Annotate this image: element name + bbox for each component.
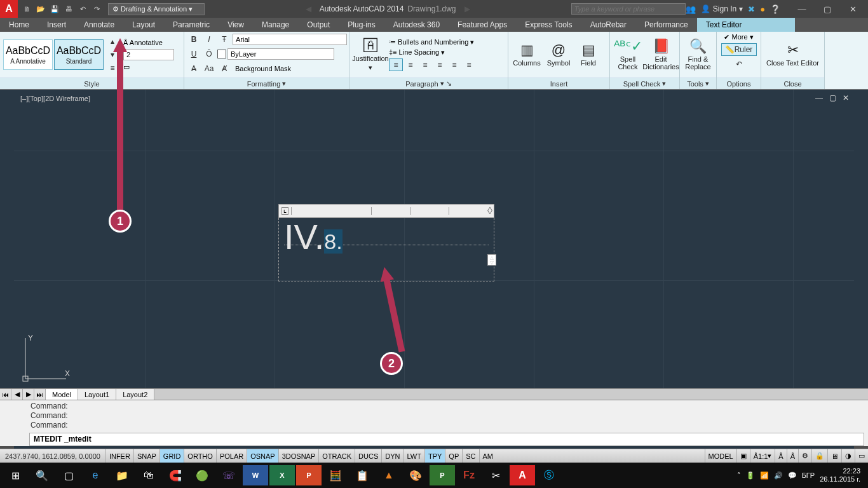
annoscale-button[interactable]: Å 1:1 ▾ [750,449,775,463]
color-swatch[interactable] [217,50,226,58]
workspace-dropdown[interactable]: ⚙ Drafting & Annotation ▾ [108,3,205,15]
vp-close-icon[interactable]: ✕ [843,93,849,102]
line-spacing-button[interactable]: ‡≡ Line Spacing ▾ [389,48,476,57]
tab-home[interactable]: Home [0,18,38,32]
panel-title-paragraph[interactable]: Paragraph ▾ ↘ [349,78,508,89]
autocad-icon[interactable]: A [510,465,535,485]
new-icon[interactable]: 🗎 [20,3,33,15]
tab-plugins[interactable]: Plug-ins [339,18,384,32]
coordinates[interactable]: 2437.9740, 1612.0859, 0.0000 [0,452,105,460]
explorer-icon[interactable]: 📁 [109,465,135,485]
tab-autorebar[interactable]: AutoRebar [581,18,635,32]
status-polar[interactable]: POLAR [216,449,247,463]
lang-indicator[interactable]: БГР [802,471,815,479]
lock-icon[interactable]: 🔒 [811,449,827,463]
tab-output[interactable]: Output [298,18,339,32]
volume-icon[interactable]: 🔊 [774,471,783,480]
align-justify-button[interactable]: ≡ [433,58,447,71]
tab-view[interactable]: View [219,18,253,32]
ws-icon[interactable]: ⚙ [798,449,811,463]
undo-icon[interactable]: ↶ [76,3,89,15]
status-icon[interactable]: ▣ [736,449,750,463]
undo-button[interactable]: ↶ [732,58,746,71]
maximize-button[interactable]: ▢ [815,1,840,17]
open-icon[interactable]: 📂 [34,3,47,15]
start-button[interactable]: ⊞ [3,465,28,485]
redo-icon[interactable]: ↷ [90,3,103,15]
powerpoint-icon[interactable]: P [296,465,322,485]
status-infer[interactable]: INFER [105,449,133,463]
close-editor-button[interactable]: ✂Close Text Editor [764,43,822,67]
signin-button[interactable]: 👤 Sign In ▾ [701,4,743,13]
annolock-icon[interactable]: Å [787,449,798,463]
store-icon[interactable]: 🛍 [136,465,161,485]
tab-next-icon[interactable]: ▶ [23,389,34,400]
status-snap[interactable]: SNAP [133,449,159,463]
edge-icon[interactable]: e [83,465,108,485]
taskview-icon[interactable]: ▢ [56,465,81,485]
tab-parametric[interactable]: Parametric [164,18,219,32]
project-icon[interactable]: P [430,465,455,485]
status-lwt[interactable]: LWT [403,449,424,463]
spellcheck-button[interactable]: ᴬᴮᶜ✓Spell Check [613,39,643,71]
tray-up-icon[interactable]: ˄ [737,471,741,480]
case-button[interactable]: Aa [202,62,216,75]
mask-button[interactable]: ▭ [123,63,174,71]
status-osnap[interactable]: OSNAP [247,449,278,463]
command-input[interactable]: MTEDIT _mtedit [29,433,864,446]
align-dist2-button[interactable]: ≡ [462,58,476,71]
status-tpy[interactable]: TPY [424,449,445,463]
hw-icon[interactable]: 🖥 [827,449,841,463]
overline-button[interactable]: Ō [202,48,216,60]
close-button[interactable]: ✕ [840,1,865,17]
tab-text-editor[interactable]: Text Editor [697,18,751,32]
font-dropdown[interactable] [233,34,347,45]
wifi-icon[interactable]: 📶 [760,471,769,480]
paint-icon[interactable]: 🎨 [403,465,428,485]
tab-prev-icon[interactable]: ◀ [11,389,23,400]
print-icon[interactable]: 🖶 [62,3,75,15]
tab-annotate[interactable]: Annotate [75,18,123,32]
infocenter-icon[interactable]: 👥 [686,4,696,14]
status-dyn[interactable]: DYN [381,449,403,463]
bgmask-button[interactable]: Background Mask [235,65,291,72]
viber-icon[interactable]: ☏ [216,465,241,485]
status-3dosnap[interactable]: 3DOSNAP [278,449,319,463]
tab-model[interactable]: Model [46,389,78,400]
status-otrack[interactable]: OTRACK [318,449,355,463]
skype-icon[interactable]: Ⓢ [536,465,562,485]
mtext-ruler[interactable]: ʟ ◊ [278,204,494,218]
align-left-button[interactable]: ≡ [389,58,403,71]
notes-icon[interactable]: 📋 [349,465,375,485]
tab-featured[interactable]: Featured Apps [449,18,516,32]
tab-insert[interactable]: Insert [38,18,75,32]
tab-last-icon[interactable]: ⏭ [34,389,46,400]
align-dist-button[interactable]: ≡ [447,58,461,71]
field-button[interactable]: ▤Field [574,43,602,67]
bold-button[interactable]: B [187,33,201,46]
dictionaries-button[interactable]: 📕Edit Dictionaries [643,39,679,71]
strikethrough-button[interactable]: A̶ [187,62,201,75]
tab-performance[interactable]: Performance [635,18,697,32]
filezilla-icon[interactable]: Fz [456,465,482,485]
calc-icon[interactable]: 🧮 [323,465,348,485]
chrome-icon[interactable]: 🟢 [189,465,215,485]
tab-360[interactable]: Autodesk 360 [384,18,449,32]
vp-minimize-icon[interactable]: — [815,93,823,102]
annovis-icon[interactable]: Å [775,449,786,463]
columns-button[interactable]: ▥Columns [511,43,543,67]
tab-layout[interactable]: Layout [123,18,164,32]
panel-title-spell[interactable]: Spell Check ▾ [610,78,679,89]
tab-layout2[interactable]: Layout2 [116,389,154,400]
align-center-button[interactable]: ≡ [403,58,417,71]
word-icon[interactable]: W [243,465,268,485]
justification-button[interactable]: 🄰Justification▾ [352,38,389,71]
tray-clock[interactable]: 22:2326.11.2015 г. [820,467,860,484]
text-height-input[interactable] [123,49,174,60]
snip-icon[interactable]: ✂ [483,465,508,485]
height-handle-icon[interactable]: ▵▿ [487,254,496,266]
vlc-icon[interactable]: ▲ [376,465,402,485]
minimize-button[interactable]: — [789,1,815,17]
status-grid[interactable]: GRID [159,449,184,463]
search-icon[interactable]: 🔍 [29,465,55,485]
